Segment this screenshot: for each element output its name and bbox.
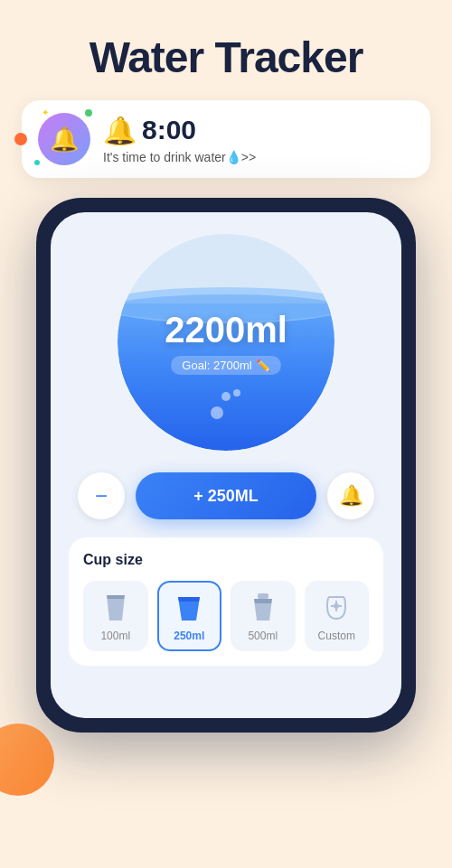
cup-icon-250ml bbox=[174, 592, 203, 624]
bell-button[interactable]: 🔔 bbox=[327, 472, 374, 519]
svg-point-1 bbox=[334, 603, 339, 609]
add-button[interactable]: + 250ML bbox=[136, 472, 316, 519]
water-circle: 2200ml Goal: 2700ml ✏️ bbox=[118, 234, 334, 451]
bell-small-icon: 🔔 bbox=[103, 115, 137, 146]
add-button-label: + 250ML bbox=[193, 487, 259, 506]
action-row: − + 250ML 🔔 bbox=[69, 472, 383, 519]
water-amount: 2200ml bbox=[165, 310, 287, 350]
phone-screen: 2200ml Goal: 2700ml ✏️ − + 250ML 🔔 bbox=[51, 212, 401, 718]
minus-button[interactable]: − bbox=[78, 472, 125, 519]
cup-label-500ml: 500ml bbox=[248, 630, 278, 642]
cup-item-250ml[interactable]: 250ml bbox=[157, 581, 222, 651]
goal-label: Goal: 2700ml bbox=[182, 359, 251, 372]
bubble-3 bbox=[233, 389, 240, 397]
minus-icon: − bbox=[95, 483, 108, 509]
bell-icon: 🔔 bbox=[339, 484, 363, 508]
orange-dot bbox=[14, 133, 27, 145]
notification-text: 🔔 8:00 It's time to drink water💧>> bbox=[103, 115, 256, 164]
notification-time: 🔔 8:00 bbox=[103, 115, 256, 146]
cup-label-100ml: 100ml bbox=[100, 630, 130, 642]
water-text: 2200ml Goal: 2700ml ✏️ bbox=[165, 310, 287, 375]
bubble-2 bbox=[211, 406, 223, 419]
cup-icon-500ml bbox=[249, 592, 278, 624]
cup-size-section: Cup size 100ml 250ml bbox=[69, 537, 383, 666]
cup-size-row: 100ml 250ml 500 bbox=[83, 581, 369, 651]
phone-mockup: 2200ml Goal: 2700ml ✏️ − + 250ML 🔔 bbox=[36, 198, 416, 733]
page-title: Water Tracker bbox=[0, 0, 452, 100]
water-circle-container: 2200ml Goal: 2700ml ✏️ bbox=[69, 234, 383, 451]
cup-item-500ml[interactable]: 500ml bbox=[231, 581, 296, 651]
avatar-star: ✦ bbox=[42, 107, 49, 117]
cup-item-100ml[interactable]: 100ml bbox=[83, 581, 148, 651]
avatar-dot-green bbox=[85, 109, 92, 117]
cup-size-title: Cup size bbox=[83, 552, 369, 568]
cup-icon-100ml bbox=[101, 592, 130, 624]
notification-card[interactable]: 🔔 ✦ 🔔 8:00 It's time to drink water💧>> bbox=[22, 100, 430, 178]
bubble-1 bbox=[221, 392, 231, 401]
notification-description: It's time to drink water💧>> bbox=[103, 150, 256, 164]
cup-label-250ml: 250ml bbox=[174, 630, 204, 642]
cup-icon-custom bbox=[322, 592, 351, 624]
cup-item-custom[interactable]: Custom bbox=[305, 581, 370, 651]
cup-label-custom: Custom bbox=[318, 630, 355, 642]
svg-rect-0 bbox=[258, 593, 268, 599]
avatar-dot-teal bbox=[34, 160, 40, 165]
notification-avatar: 🔔 ✦ bbox=[38, 113, 90, 165]
water-goal: Goal: 2700ml ✏️ bbox=[171, 356, 280, 375]
orange-decoration bbox=[0, 723, 54, 796]
edit-icon: ✏️ bbox=[256, 359, 270, 372]
notification-time-value: 8:00 bbox=[142, 115, 196, 145]
